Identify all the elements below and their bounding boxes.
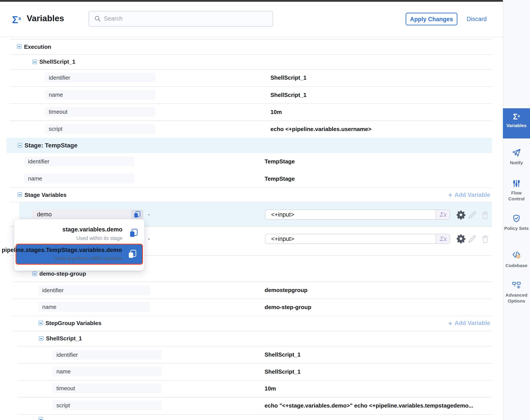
code-warning-icon[interactable]	[512, 250, 521, 259]
apply-changes-button[interactable]: Apply Changes	[406, 13, 457, 25]
row-divider	[17, 346, 492, 346]
copy-icon[interactable]	[130, 229, 138, 238]
flowchart-gear-icon[interactable]	[512, 281, 521, 290]
field-value: TempStage	[265, 153, 295, 170]
collapse-icon[interactable]	[17, 44, 22, 49]
row-divider	[10, 104, 492, 104]
field-value: demo-step-group	[265, 299, 311, 316]
field-label-chip: identifier	[45, 73, 155, 82]
row-divider	[10, 69, 492, 70]
row-divider	[13, 331, 492, 331]
field-value: 10m	[270, 104, 282, 120]
row-divider	[13, 282, 492, 282]
variable-name: demo	[37, 210, 52, 219]
field-label-chip: timeout	[45, 107, 155, 117]
field-value: ShellScript_1	[270, 69, 307, 86]
copy-icon	[134, 211, 141, 218]
delete-trash-icon[interactable]	[480, 234, 490, 244]
settings-gear-icon[interactable]	[456, 210, 466, 220]
field-label-chip: timeout	[52, 383, 162, 393]
row-divider	[17, 380, 492, 381]
plus-icon: +	[448, 191, 452, 198]
discard-button[interactable]: Discard	[464, 13, 490, 25]
collapse-icon[interactable]	[17, 192, 22, 197]
row-divider	[10, 187, 492, 188]
sidebar-item-codebase[interactable]: Codebase	[503, 263, 530, 269]
edit-pencil-icon[interactable]	[467, 234, 477, 244]
expression-toggle-button[interactable]: Σx	[436, 210, 450, 219]
field-value: echo "<+stage.variables.demo>" echo <+pi…	[265, 397, 473, 414]
collapse-icon[interactable]	[32, 271, 37, 276]
row-divider	[10, 86, 492, 87]
field-value: echo <+pipeline.variables.username>	[270, 120, 371, 138]
row-divider	[10, 39, 492, 40]
row-divider	[17, 363, 492, 363]
sigma-x-icon: Σx	[503, 111, 530, 122]
edit-pencil-icon[interactable]	[467, 210, 477, 220]
sidebar-item-notify[interactable]: Notify	[503, 160, 530, 165]
collapse-icon[interactable]	[32, 60, 37, 64]
add-variable-button[interactable]: + Add Variable	[448, 316, 490, 331]
stage-variables-title[interactable]: Stage Variables	[25, 187, 66, 202]
tree-node-shellscript[interactable]: ShellScript_1	[46, 331, 82, 346]
sidebar-item-label: Variables	[503, 122, 530, 128]
sidebar-item-flow-control[interactable]: Flow Control	[503, 190, 530, 202]
expression-path[interactable]: stage.variables.demo	[62, 226, 122, 233]
row-divider	[10, 120, 492, 121]
variable-type-dash: -	[146, 202, 152, 226]
search-box[interactable]	[88, 11, 273, 27]
expression-copy-popup: stage.variables.demo Used within its sta…	[14, 219, 144, 270]
plus-icon: +	[448, 320, 452, 327]
variables-panel: Σx Variables Apply Changes Discard Execu…	[0, 0, 530, 420]
paper-plane-icon[interactable]	[512, 148, 521, 157]
field-label-chip: identifier	[38, 285, 150, 295]
field-value: ShellScript_1	[265, 363, 301, 380]
add-variable-button[interactable]: + Add Variable	[448, 187, 490, 202]
copy-button[interactable]	[131, 210, 143, 219]
copy-icon[interactable]	[128, 250, 137, 258]
expression-toggle-button[interactable]: Σx	[436, 234, 450, 243]
row-divider	[17, 414, 492, 415]
stepgroup-variables-title[interactable]: StepGroup Variables	[45, 316, 102, 331]
field-label-chip: name	[45, 90, 155, 100]
sigma-logo-icon: Σx	[12, 11, 21, 27]
collapse-icon[interactable]	[39, 336, 44, 341]
field-value: TempStage	[265, 170, 295, 187]
expression-scope: Used anywhere within pipeline	[54, 255, 122, 261]
field-label-chip: name	[52, 367, 162, 376]
sidebar-item-policy-sets[interactable]: Policy Sets	[503, 225, 530, 231]
tree-node-execution[interactable]: Execution	[24, 40, 51, 54]
field-value: ShellScript_1	[265, 346, 301, 363]
stage-header-title[interactable]: Stage: TempStage	[25, 138, 77, 153]
row-divider	[10, 54, 492, 55]
variable-value-input[interactable]: <+input> Σx	[265, 234, 450, 244]
search-input[interactable]	[103, 12, 266, 25]
tree-node-shellscript[interactable]: ShellScript_1	[39, 54, 75, 69]
collapse-icon[interactable]	[39, 321, 43, 325]
field-value: 10m	[265, 380, 276, 397]
expression-item-highlighted[interactable]: pipeline.stages.TempStage.variables.demo…	[15, 244, 143, 265]
collapse-icon[interactable]	[39, 417, 43, 420]
header-divider	[0, 37, 503, 37]
top-bar	[0, 0, 503, 2]
expression-scope: Used within its stage	[76, 235, 122, 241]
settings-gear-icon[interactable]	[456, 234, 466, 244]
field-value: demostepgroup	[265, 282, 308, 299]
page-title: Variables	[27, 11, 64, 25]
field-label-chip: script	[45, 124, 155, 134]
search-icon	[94, 15, 101, 22]
row-divider	[13, 299, 492, 299]
field-label-chip: identifier	[24, 157, 134, 166]
sidebar-item-advanced-options[interactable]: Advanced Options	[503, 292, 530, 304]
delete-trash-icon[interactable]	[480, 210, 490, 220]
field-label-chip: name	[24, 174, 134, 183]
variable-value-input[interactable]: <+input> Σx	[265, 210, 450, 220]
field-label-chip: script	[52, 401, 162, 410]
variable-type-dash: -	[146, 226, 152, 251]
collapse-icon[interactable]	[17, 143, 22, 148]
field-value: ShellScript_1	[270, 86, 307, 104]
shield-check-icon[interactable]	[512, 214, 521, 223]
variable-name-chip: demo	[32, 210, 143, 219]
stage-header-row	[7, 138, 492, 153]
sliders-icon[interactable]	[512, 179, 521, 188]
